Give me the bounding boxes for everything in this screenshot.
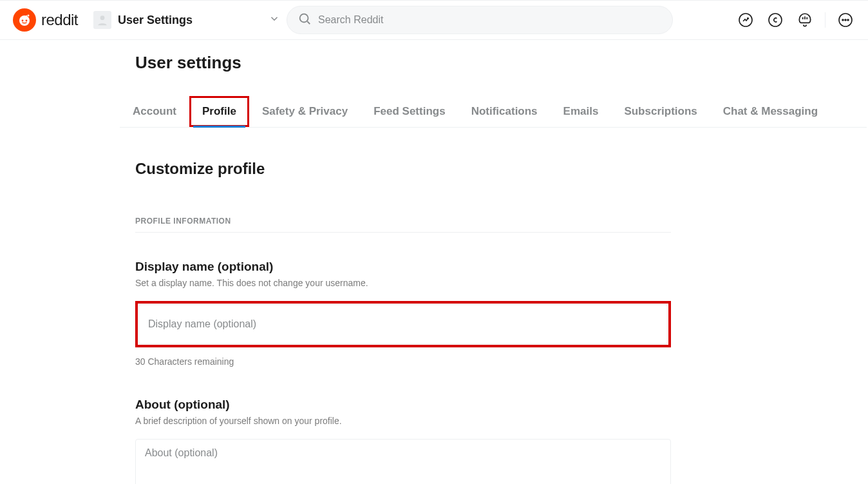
- avatar-placeholder-icon: [93, 11, 111, 29]
- display-name-input[interactable]: [138, 304, 668, 344]
- page-title: User settings: [120, 53, 867, 73]
- svg-point-14: [845, 19, 846, 21]
- reddit-wordmark: reddit: [41, 11, 78, 29]
- chat-icon[interactable]: [836, 10, 855, 30]
- display-name-title: Display name (optional): [135, 260, 671, 274]
- svg-line-6: [307, 21, 310, 24]
- svg-point-15: [847, 19, 849, 21]
- about-help: A brief description of yourself shown on…: [135, 416, 671, 426]
- search-input[interactable]: [318, 14, 662, 26]
- profile-info-subheading: PROFILE INFORMATION: [135, 217, 671, 233]
- settings-page: User settings Account Profile Safety & P…: [120, 40, 867, 484]
- svg-point-1: [22, 20, 24, 22]
- tab-account[interactable]: Account: [120, 96, 189, 127]
- popular-icon[interactable]: [736, 10, 755, 30]
- svg-point-5: [300, 14, 308, 23]
- tab-subscriptions[interactable]: Subscriptions: [611, 96, 710, 127]
- display-name-highlight: [135, 301, 671, 347]
- reddit-snoo-icon: [13, 8, 36, 32]
- coins-icon[interactable]: [766, 10, 785, 30]
- search-bar[interactable]: [287, 6, 673, 34]
- app-header: reddit User Settings: [0, 0, 868, 40]
- profile-content: Customize profile PROFILE INFORMATION Di…: [120, 128, 686, 484]
- header-divider: [825, 12, 826, 28]
- svg-point-8: [769, 14, 782, 26]
- tab-chat-messaging[interactable]: Chat & Messaging: [710, 96, 831, 127]
- display-name-counter: 30 Characters remaining: [135, 356, 671, 367]
- tab-profile[interactable]: Profile: [189, 96, 249, 127]
- about-input[interactable]: [135, 439, 671, 484]
- svg-point-13: [842, 19, 844, 21]
- chevron-down-icon: [269, 13, 280, 27]
- display-name-help: Set a display name. This does not change…: [135, 278, 671, 288]
- tab-emails[interactable]: Emails: [551, 96, 612, 127]
- tab-notifications[interactable]: Notifications: [458, 96, 551, 127]
- announcements-icon[interactable]: [795, 10, 815, 30]
- about-title: About (optional): [135, 398, 671, 412]
- settings-tabs: Account Profile Safety & Privacy Feed Se…: [120, 96, 867, 128]
- reddit-logo[interactable]: reddit: [13, 8, 78, 32]
- svg-point-4: [100, 15, 105, 20]
- tab-safety-privacy[interactable]: Safety & Privacy: [249, 96, 361, 127]
- tab-feed-settings[interactable]: Feed Settings: [361, 96, 458, 127]
- user-dropdown-label: User Settings: [118, 14, 193, 27]
- svg-point-2: [26, 20, 28, 22]
- search-icon: [297, 12, 312, 28]
- section-heading: Customize profile: [135, 160, 671, 178]
- user-settings-dropdown[interactable]: User Settings: [93, 11, 287, 29]
- svg-point-3: [28, 15, 30, 17]
- header-actions: [736, 10, 855, 30]
